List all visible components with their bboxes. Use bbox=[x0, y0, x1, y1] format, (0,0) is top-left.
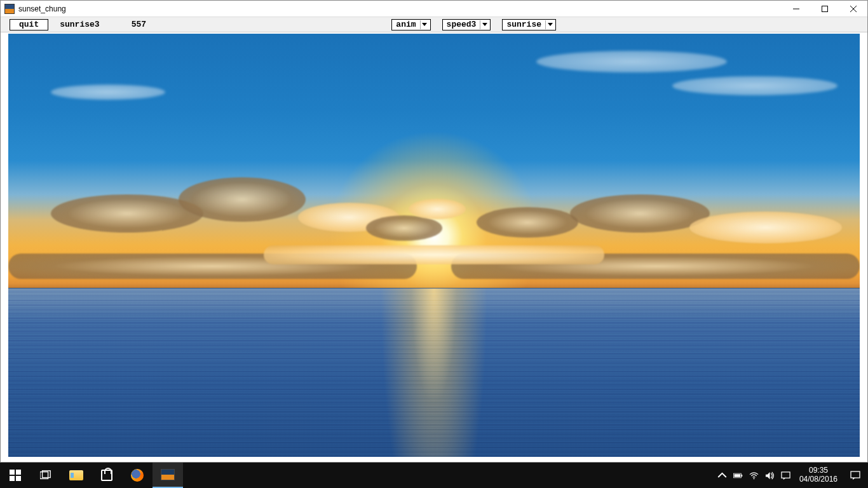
window-title: sunset_chung bbox=[18, 4, 66, 13]
file-explorer-button[interactable] bbox=[61, 463, 92, 488]
firefox-icon bbox=[131, 469, 144, 482]
frame-counter: 557 bbox=[132, 20, 146, 29]
start-button[interactable] bbox=[0, 463, 31, 488]
clock-time: 09:35 bbox=[799, 466, 837, 475]
store-button[interactable] bbox=[92, 463, 122, 488]
svg-rect-1 bbox=[822, 6, 827, 11]
anim-dropdown[interactable]: anim bbox=[391, 19, 430, 30]
clock-date: 04/08/2016 bbox=[799, 475, 837, 484]
store-icon bbox=[101, 470, 112, 481]
chevron-down-icon bbox=[482, 23, 487, 26]
quit-button[interactable]: quit bbox=[10, 19, 48, 30]
battery-icon[interactable] bbox=[733, 471, 743, 480]
scene-dropdown-label: sunrise bbox=[506, 20, 541, 29]
chevron-down-icon bbox=[422, 23, 427, 26]
chevron-down-icon bbox=[548, 23, 553, 26]
app-window: sunset_chung quit sunrise3 557 anim spee… bbox=[0, 0, 868, 463]
task-view-icon bbox=[40, 470, 51, 481]
close-button[interactable] bbox=[839, 1, 867, 17]
action-center-icon[interactable] bbox=[781, 471, 790, 480]
volume-icon[interactable] bbox=[765, 471, 775, 480]
mode-label: sunrise3 bbox=[60, 20, 99, 29]
anim-dropdown-label: anim bbox=[396, 20, 416, 29]
notifications-button[interactable] bbox=[843, 471, 868, 480]
titlebar: sunset_chung bbox=[1, 1, 867, 17]
svg-rect-15 bbox=[782, 471, 790, 477]
app-icon bbox=[4, 4, 15, 14]
windows-icon bbox=[10, 470, 21, 481]
taskbar-clock[interactable]: 09:35 04/08/2016 bbox=[794, 466, 843, 484]
scene-dropdown[interactable]: sunrise bbox=[502, 19, 556, 30]
toolbar: quit sunrise3 557 anim speed3 sunrise bbox=[1, 17, 867, 32]
svg-point-13 bbox=[754, 478, 755, 479]
folder-icon bbox=[69, 470, 83, 480]
svg-rect-7 bbox=[16, 476, 21, 481]
wifi-icon[interactable] bbox=[749, 471, 759, 480]
minimize-button[interactable] bbox=[782, 1, 810, 17]
svg-rect-11 bbox=[742, 475, 743, 477]
svg-rect-6 bbox=[10, 476, 15, 481]
svg-rect-17 bbox=[851, 471, 860, 478]
taskbar: 09:35 04/08/2016 bbox=[0, 463, 868, 488]
app-icon bbox=[161, 469, 175, 480]
render-canvas bbox=[8, 34, 860, 457]
window-controls bbox=[782, 1, 867, 17]
svg-marker-14 bbox=[766, 471, 770, 478]
svg-rect-5 bbox=[16, 470, 21, 475]
speed-dropdown[interactable]: speed3 bbox=[442, 19, 491, 30]
tray-chevron-up-icon[interactable] bbox=[717, 471, 727, 480]
system-tray bbox=[711, 471, 794, 480]
svg-marker-16 bbox=[783, 478, 786, 480]
maximize-button[interactable] bbox=[810, 1, 839, 17]
firefox-button[interactable] bbox=[122, 463, 153, 488]
speed-dropdown-label: speed3 bbox=[447, 20, 477, 29]
svg-rect-12 bbox=[734, 474, 740, 477]
svg-rect-4 bbox=[10, 470, 15, 475]
sunset-chung-taskbar-button[interactable] bbox=[153, 463, 183, 488]
task-view-button[interactable] bbox=[31, 463, 61, 488]
